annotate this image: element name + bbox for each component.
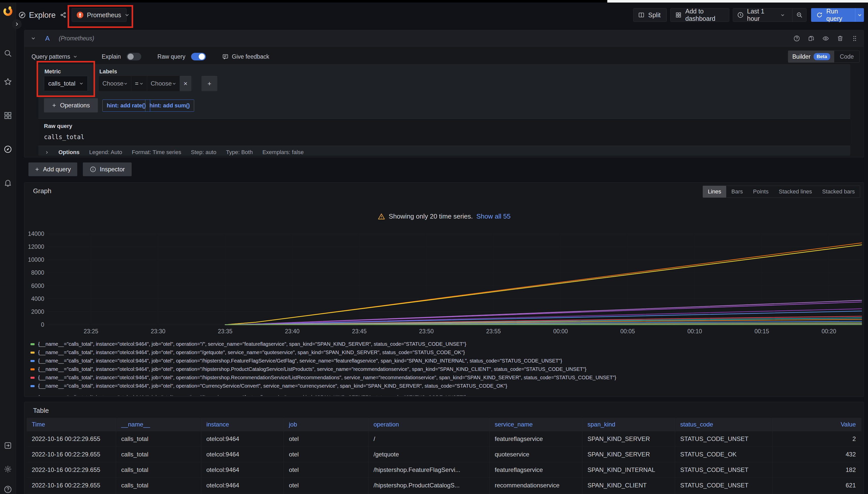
hint-add-rate-button[interactable]: hint: add rate()	[103, 99, 150, 112]
duplicate-query-icon[interactable]	[808, 35, 815, 42]
time-range-button[interactable]: Last 1 hour	[733, 8, 789, 22]
legend-item-partial[interactable]: {__name__="calls_total", instance="otelc…	[31, 393, 858, 396]
remove-label-filter-button[interactable]: ×	[180, 76, 191, 91]
delete-query-trash-icon[interactable]	[837, 35, 844, 42]
split-icon	[638, 12, 645, 18]
graph-mode-stacked-lines[interactable]: Stacked lines	[774, 186, 817, 197]
table-row[interactable]: 2022-10-16 00:22:29.655calls_totalotelco…	[27, 431, 862, 446]
run-query-button[interactable]: Run query	[811, 8, 864, 22]
zoom-out-icon	[796, 12, 803, 18]
table-row[interactable]: 2022-10-16 00:22:29.655calls_totalotelco…	[27, 446, 862, 462]
alerting-bell-icon[interactable]	[3, 178, 12, 187]
share-icon[interactable]	[60, 12, 67, 18]
column-header-span_kind[interactable]: span_kind	[582, 418, 675, 431]
add-to-dashboard-button[interactable]: Add to dashboard	[670, 8, 729, 22]
table-row[interactable]: 2022-10-16 00:22:29.655calls_totalotelco…	[27, 462, 862, 477]
chevron-down-icon	[172, 82, 176, 86]
sidebar-expand-button[interactable]	[12, 19, 22, 29]
table-cell: otel	[284, 478, 368, 493]
column-header-__name__[interactable]: __name__	[116, 418, 201, 431]
metric-select[interactable]: calls_total	[44, 76, 88, 91]
table-cell: calls_total	[116, 462, 201, 477]
collapse-chevron-icon[interactable]	[31, 36, 36, 41]
y-axis-tick: 4000	[31, 296, 44, 302]
legend-item[interactable]: {__name__="calls_total", instance="otelc…	[31, 357, 858, 365]
query-builder-body: Metric calls_total Labels Choose = Choos…	[38, 64, 850, 156]
star-icon[interactable]	[3, 77, 12, 86]
label-value-select[interactable]: Choose	[147, 76, 180, 91]
split-button[interactable]: Split	[633, 8, 667, 22]
query-patterns-dropdown[interactable]: Query patterns	[32, 53, 77, 60]
apps-grid-icon[interactable]	[3, 111, 12, 120]
table-panel-title: Table	[33, 407, 49, 415]
column-header-instance[interactable]: instance	[201, 418, 284, 431]
explain-toggle[interactable]	[127, 53, 141, 60]
legend-swatch	[31, 385, 35, 387]
operations-button[interactable]: Operations	[44, 98, 98, 112]
code-tab[interactable]: Code	[834, 51, 860, 62]
column-header-Time[interactable]: Time	[27, 418, 116, 431]
y-axis-tick: 8000	[31, 269, 44, 276]
legend-label: {__name__="calls_total", instance="otelc…	[38, 375, 616, 381]
time-series-chart[interactable]: 1400012000100008000600040002000023:2523:…	[24, 227, 864, 338]
disable-query-eye-icon[interactable]	[822, 35, 829, 42]
table-cell: otel	[284, 431, 368, 446]
query-editor-panel: A (Prometheus) Query patterns Explain Ra…	[24, 30, 864, 157]
zoom-out-button[interactable]	[792, 8, 806, 22]
table-cell: otelcol:9464	[201, 478, 284, 493]
explain-label: Explain	[102, 53, 121, 60]
table-row[interactable]: 2022-10-16 00:22:29.655calls_totalotelco…	[27, 477, 862, 493]
legend-item[interactable]: {__name__="calls_total", instance="otelc…	[31, 382, 858, 390]
inspector-button[interactable]: Inspector	[83, 163, 132, 176]
table-cell: 432	[773, 447, 862, 462]
raw-query-toggle[interactable]	[191, 53, 206, 60]
legend-label: {__name__="calls_total", instance="otelc…	[38, 395, 466, 396]
drag-handle-icon[interactable]	[851, 35, 858, 42]
sign-in-icon[interactable]	[3, 441, 12, 450]
legend-item[interactable]: {__name__="calls_total", instance="otelc…	[31, 348, 858, 357]
column-header-status_code[interactable]: status_code	[675, 418, 773, 431]
column-header-operation[interactable]: operation	[368, 418, 490, 431]
inspector-label: Inspector	[100, 166, 125, 173]
add-label-filter-button[interactable]: +	[201, 76, 217, 91]
legend-item[interactable]: {__name__="calls_total", instance="otelc…	[31, 374, 858, 382]
options-row[interactable]: Options Legend: AutoFormat: Time seriesS…	[45, 149, 304, 156]
help-icon[interactable]	[3, 485, 12, 494]
split-label: Split	[648, 12, 661, 19]
legend-item[interactable]: {__name__="calls_total", instance="otelc…	[31, 340, 858, 348]
table-cell: STATUS_CODE_OK	[675, 447, 773, 462]
comment-icon	[222, 53, 229, 60]
y-axis-tick: 10000	[28, 256, 44, 263]
settings-gear-icon[interactable]	[3, 465, 12, 473]
y-axis-tick: 12000	[28, 244, 44, 250]
graph-mode-bars[interactable]: Bars	[726, 186, 748, 197]
give-feedback-link[interactable]: Give feedback	[222, 53, 269, 60]
add-query-button[interactable]: Add query	[29, 163, 77, 176]
add-query-label: Add query	[43, 166, 71, 173]
query-row-header[interactable]: A (Prometheus)	[24, 30, 864, 47]
table-cell: calls_total	[116, 478, 201, 493]
beta-badge: Beta	[814, 53, 830, 60]
legend-item[interactable]: {__name__="calls_total", instance="otelc…	[31, 365, 858, 374]
table-cell: 2	[773, 431, 862, 446]
table-row[interactable]: 2022-10-16 00:22:29.655calls_totalotelco…	[27, 493, 862, 494]
label-name-select[interactable]: Choose	[99, 76, 131, 91]
column-header-Value[interactable]: Value	[773, 418, 862, 431]
builder-tab[interactable]: Builder Beta	[788, 51, 834, 62]
query-patterns-label: Query patterns	[32, 53, 70, 60]
show-all-series-link[interactable]: Show all 55	[476, 212, 510, 220]
hint-add-sum-button[interactable]: hint: add sum()	[145, 99, 194, 112]
run-query-caret[interactable]	[855, 8, 864, 22]
query-help-icon[interactable]	[793, 35, 800, 42]
graph-mode-lines[interactable]: Lines	[703, 186, 726, 197]
option-item: Format: Time series	[132, 149, 181, 156]
datasource-picker[interactable]: Prometheus	[72, 8, 127, 22]
label-operator-select[interactable]: =	[131, 76, 147, 91]
search-icon[interactable]	[3, 49, 12, 58]
explore-compass-icon[interactable]	[3, 145, 12, 154]
graph-mode-points[interactable]: Points	[748, 186, 774, 197]
grafana-logo[interactable]	[2, 5, 14, 17]
column-header-service_name[interactable]: service_name	[490, 418, 582, 431]
graph-mode-stacked-bars[interactable]: Stacked bars	[817, 186, 860, 197]
column-header-job[interactable]: job	[284, 418, 368, 431]
